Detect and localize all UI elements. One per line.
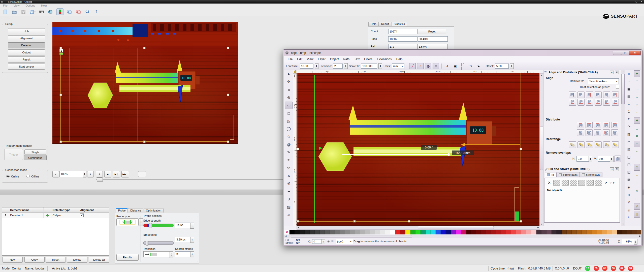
distribute-text-horizontal-button[interactable] — [611, 122, 618, 128]
setup-result-button[interactable]: Result — [8, 56, 45, 63]
next-frame-button[interactable]: ▶❘ — [113, 171, 120, 177]
probe-type-selector[interactable] — [116, 218, 139, 226]
palette-swatch[interactable] — [617, 230, 622, 234]
ignore-first-last-icon[interactable]: ✗ — [444, 63, 450, 69]
palette-swatch[interactable] — [597, 230, 602, 234]
single-button[interactable]: Single — [24, 149, 46, 155]
snap-bbox-corners-icon[interactable]: ∴ — [634, 94, 640, 100]
palette-swatch[interactable] — [506, 230, 511, 234]
measure-show-hidden-toggle-icon[interactable]: ◍ — [425, 63, 431, 69]
zoom-level-field[interactable]: 100% — [59, 171, 85, 177]
panel-collapse-button[interactable]: ◂ — [610, 167, 614, 171]
palette-swatch[interactable] — [390, 230, 395, 234]
canvas-hscrollbar-thumb[interactable] — [418, 226, 494, 229]
stats-tab-statistics[interactable]: Statistics — [392, 22, 407, 26]
snap-bbox-edges-icon[interactable]: ⋯ — [634, 86, 640, 93]
monitor-red-icon[interactable] — [75, 9, 82, 15]
palette-swatch[interactable] — [587, 230, 592, 234]
offset-spinner[interactable]: ▲▼ — [510, 63, 514, 69]
palette-swatch[interactable] — [491, 230, 496, 234]
palette-swatch[interactable] — [546, 230, 552, 234]
palette-swatch[interactable] — [461, 230, 466, 234]
arrange-network-button[interactable] — [569, 141, 576, 148]
palette-swatch[interactable] — [562, 230, 567, 234]
snap-smooth-nodes-icon[interactable]: ~ — [634, 148, 640, 155]
menu-text[interactable]: Text — [352, 57, 362, 61]
palette-swatch[interactable] — [340, 230, 345, 234]
canvas-hscrollbar[interactable]: ◀▶ — [297, 226, 540, 230]
palette-swatch[interactable] — [516, 230, 521, 234]
pass-percent-field[interactable]: 98.43% — [417, 36, 448, 42]
spray-tool-icon[interactable]: ※ — [285, 180, 293, 187]
palette-swatch[interactable] — [355, 230, 360, 234]
palette-swatch[interactable] — [481, 230, 486, 234]
menu-edit[interactable]: Edit — [295, 57, 305, 61]
copy-button[interactable]: Copy — [24, 257, 45, 263]
new-button[interactable]: New — [3, 257, 23, 263]
reset-button[interactable]: Reset — [46, 257, 66, 263]
minimize-button[interactable]: — — [629, 0, 634, 3]
spiral-tool-icon[interactable]: @ — [285, 141, 293, 148]
palette-swatch[interactable] — [441, 230, 446, 234]
selection-frame[interactable] — [60, 47, 229, 143]
export-icon[interactable]: ↥ — [626, 108, 632, 115]
menu-view[interactable]: View — [11, 4, 23, 7]
camera-icon[interactable] — [47, 9, 54, 15]
palette-swatch[interactable] — [552, 230, 557, 234]
palette-swatch[interactable] — [557, 230, 562, 234]
layer-lock-icon[interactable]: ⚿ — [331, 240, 333, 243]
box3d-tool-icon[interactable]: ◳ — [285, 117, 293, 125]
palette-swatch[interactable] — [375, 230, 380, 234]
palette-swatch[interactable] — [602, 230, 607, 234]
reset-button[interactable]: Reset — [417, 29, 446, 34]
column-header[interactable]: Detector name — [9, 207, 44, 213]
layer-combo[interactable]: (root)▼ — [336, 239, 353, 244]
inkscape-titlebar[interactable]: capt 8.bmp - Inkscape — ▢ ✕ — [283, 50, 642, 56]
paint-flat-button[interactable] — [553, 180, 560, 186]
undo-icon[interactable]: ↶ — [626, 116, 632, 122]
snap-others-icon[interactable]: ⊙ — [634, 164, 640, 171]
fail-value-field[interactable]: 172 — [388, 44, 417, 49]
ellipse-tool-icon[interactable]: ◯ — [285, 125, 293, 133]
new-document-icon[interactable]: ▯ — [626, 70, 632, 77]
distribute-centers-horizontally-button[interactable] — [586, 122, 593, 128]
palette-swatch[interactable] — [572, 230, 577, 234]
online-radio[interactable]: Online — [6, 175, 19, 178]
align-center-horizontal-axis-button[interactable] — [586, 99, 593, 106]
pencil-tool-icon[interactable]: ✎ — [285, 148, 293, 156]
snap-midpoints-icon[interactable]: · — [634, 156, 640, 163]
distribute-text-vertical-button[interactable] — [611, 129, 618, 136]
snap-intersections-icon[interactable]: ✕ — [634, 133, 640, 139]
maximize-button[interactable]: ▢ — [634, 0, 639, 3]
units-combo[interactable]: mm▼ — [392, 63, 404, 69]
setup-alignment-button[interactable]: Alignment — [8, 35, 45, 41]
snap-enable-icon[interactable]: ✛ — [634, 70, 640, 77]
transition-spinner[interactable]: ▲▼ — [170, 251, 173, 258]
paint-bucket-tool-icon[interactable]: ∪ — [285, 195, 293, 203]
pass-value-field[interactable]: 10802 — [388, 36, 417, 42]
palette-swatch[interactable] — [526, 230, 531, 234]
palette-swatch[interactable] — [436, 230, 441, 234]
connector-tool-icon[interactable]: ∞ — [285, 211, 293, 219]
import-icon[interactable]: ↧ — [626, 101, 632, 107]
alignment-checkbox[interactable]: ✓ — [80, 214, 84, 217]
canvas-vscrollbar[interactable]: ▲▼ — [539, 73, 544, 226]
randomize-centers-button[interactable] — [603, 141, 610, 148]
help-icon[interactable]: ? — [93, 9, 100, 15]
tab-stroke-style[interactable]: Stroke style — [580, 172, 602, 177]
palette-swatch[interactable] — [380, 230, 385, 234]
menu-file[interactable]: File — [0, 4, 11, 7]
paint-swatch-button[interactable] — [587, 180, 594, 186]
align-top-edges-button[interactable] — [577, 99, 585, 106]
search-stripes-spinner[interactable]: ▲▼ — [190, 251, 194, 257]
open-file-icon[interactable] — [11, 9, 18, 15]
edge-strength-slider[interactable] — [143, 224, 174, 227]
menu-path[interactable]: Path — [341, 57, 352, 61]
find-icon[interactable]: ◎ — [626, 206, 632, 213]
distribute-right-edges-button[interactable] — [594, 122, 601, 128]
selector-tool-icon[interactable]: ➤ — [285, 70, 293, 78]
snap-text-baseline-icon[interactable]: A — [634, 188, 640, 194]
cut-icon[interactable]: ✂ — [626, 138, 632, 145]
align-right-edges-button[interactable] — [595, 92, 602, 98]
menu-layer[interactable]: Layer — [316, 57, 328, 61]
